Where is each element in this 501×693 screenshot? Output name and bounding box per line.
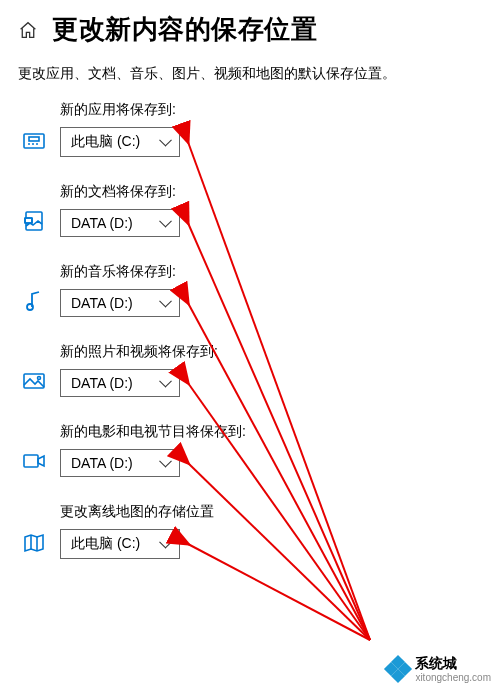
photos-icon	[22, 369, 46, 393]
svg-point-12	[38, 377, 41, 380]
drive-select[interactable]: DATA (D:)	[60, 369, 180, 397]
setting-label: 新的照片和视频将保存到:	[60, 343, 218, 361]
watermark-brand: 系统城	[415, 655, 457, 671]
page-title: 更改新内容的保存位置	[52, 12, 317, 47]
apps-icon	[22, 129, 46, 153]
svg-rect-1	[29, 137, 39, 141]
setting-row-docs: 新的文档将保存到:DATA (D:)	[18, 183, 483, 237]
setting-label: 新的应用将保存到:	[60, 101, 180, 119]
setting-row-apps: 新的应用将保存到:此电脑 (C:)	[18, 101, 483, 157]
setting-label: 新的音乐将保存到:	[60, 263, 180, 281]
setting-label: 新的文档将保存到:	[60, 183, 180, 201]
drive-select[interactable]: 此电脑 (C:)	[60, 127, 180, 157]
watermark: 系统城 xitongcheng.com	[387, 655, 491, 683]
music-icon	[22, 289, 46, 313]
drive-select[interactable]: DATA (D:)	[60, 289, 180, 317]
setting-label: 新的电影和电视节目将保存到:	[60, 423, 246, 441]
setting-label: 更改离线地图的存储位置	[60, 503, 214, 521]
movies-icon	[22, 449, 46, 473]
setting-row-movies: 新的电影和电视节目将保存到:DATA (D:)	[18, 423, 483, 477]
drive-select[interactable]: DATA (D:)	[60, 209, 180, 237]
watermark-logo-icon	[387, 658, 409, 680]
setting-row-photos: 新的照片和视频将保存到:DATA (D:)	[18, 343, 483, 397]
docs-icon	[22, 209, 46, 233]
drive-select[interactable]: DATA (D:)	[60, 449, 180, 477]
maps-icon	[22, 531, 46, 555]
drive-select[interactable]: 此电脑 (C:)	[60, 529, 180, 559]
page-subtitle: 更改应用、文档、音乐、图片、视频和地图的默认保存位置。	[18, 65, 483, 83]
setting-row-maps: 更改离线地图的存储位置此电脑 (C:)	[18, 503, 483, 559]
svg-rect-13	[24, 455, 38, 467]
setting-row-music: 新的音乐将保存到:DATA (D:)	[18, 263, 483, 317]
home-icon[interactable]	[18, 21, 38, 39]
watermark-url: xitongcheng.com	[415, 673, 491, 683]
